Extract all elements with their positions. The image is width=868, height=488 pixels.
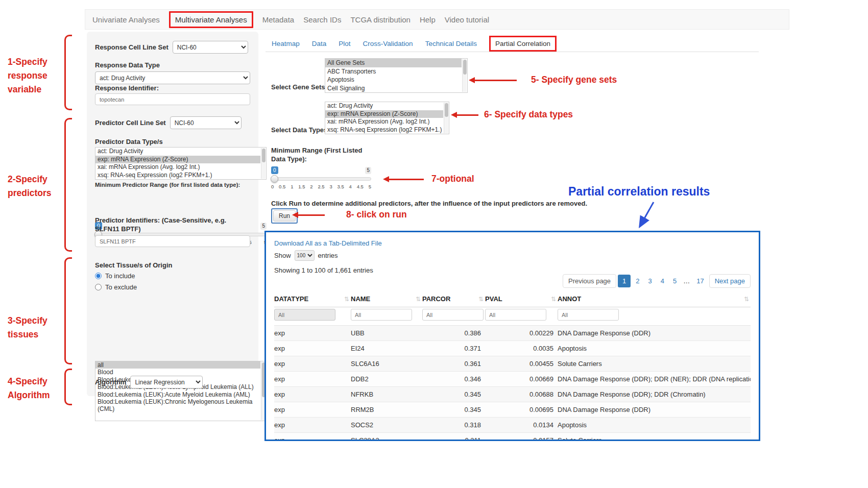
listbox-option[interactable]: Blood:Leukemia (LEUK):Chronic Myelogenou… — [95, 398, 260, 413]
tab-plot[interactable]: Plot — [339, 40, 350, 47]
tissue-exclude-radio-label[interactable]: To exclude — [105, 283, 137, 291]
run-instruction-text: Click Run to determine additional predic… — [271, 200, 639, 207]
tissue-include-radio[interactable] — [95, 273, 102, 279]
cell-name: NFRKB — [351, 387, 422, 402]
table-row[interactable]: exp UBB 0.386 0.00229 DNA Damage Respons… — [274, 326, 751, 341]
page-number-17[interactable]: 17 — [693, 275, 707, 287]
nav-item-help[interactable]: Help — [420, 15, 436, 24]
algorithm-select[interactable]: Linear Regression — [130, 376, 203, 388]
slider-handle[interactable] — [271, 175, 278, 183]
cell-datatype: exp — [274, 372, 351, 387]
listbox-option[interactable]: act: Drug Activity — [325, 102, 443, 110]
filter-input-name[interactable] — [351, 309, 412, 321]
listbox-option[interactable]: act: Drug Activity — [95, 148, 260, 156]
nav-item-video-tutorial[interactable]: Video tutorial — [445, 15, 489, 24]
listbox-option-selected[interactable]: exp: mRNA Expression (Z-Score) — [95, 156, 260, 164]
page-number-5[interactable]: 5 — [669, 275, 680, 287]
column-header-datatype[interactable]: DATATYPE⇅ — [274, 291, 351, 307]
tab-technical-details[interactable]: Technical Details — [425, 40, 477, 47]
table-row[interactable]: exp EI24 0.371 0.0035 Apoptosis — [274, 341, 751, 356]
sort-icon[interactable]: ⇅ — [344, 296, 349, 303]
scrollbar-thumb[interactable] — [262, 149, 266, 162]
page-number-2[interactable]: 2 — [632, 275, 643, 287]
tab-cross-validation[interactable]: Cross-Validation — [363, 40, 413, 47]
annotation-step4: 4-Specify Algorithm — [8, 375, 50, 402]
column-header-parcor[interactable]: PARCOR⇅ — [422, 291, 485, 307]
response-cell-line-set-select[interactable]: NCI-60 — [173, 41, 248, 54]
filter-input-annot[interactable] — [558, 309, 619, 321]
listbox-option[interactable]: Cell Signaling — [325, 84, 462, 93]
filter-input-datatype[interactable] — [274, 309, 335, 321]
table-row[interactable]: exp SOCS2 0.318 0.0134 Apoptosis — [274, 418, 751, 433]
scrollbar[interactable] — [261, 148, 266, 179]
listbox-option[interactable]: ABC Transporters — [325, 67, 462, 76]
scrollbar[interactable] — [444, 103, 448, 133]
listbox-option[interactable]: Apoptosis — [325, 76, 462, 84]
entries-per-page-select[interactable]: 100 — [295, 250, 315, 261]
page-number-4[interactable]: 4 — [657, 275, 668, 287]
download-all-link[interactable]: Download All as a Tab-Delimited File — [274, 239, 382, 247]
filter-input-parcor[interactable] — [422, 309, 484, 321]
sort-icon[interactable]: ⇅ — [416, 296, 421, 303]
annotation-step7-arrow — [389, 179, 424, 180]
tissue-exclude-radio[interactable] — [95, 284, 102, 290]
response-data-type-select[interactable]: act: Drug Activity — [95, 71, 250, 84]
nav-item-tcga-distribution[interactable]: TCGA distribution — [350, 15, 411, 24]
table-filter-row — [274, 307, 751, 326]
annotation-step7: 7-optional — [431, 172, 474, 186]
nav-item-multivariate-analyses[interactable]: Multivariate Analyses — [169, 11, 253, 28]
page-number-3[interactable]: 3 — [645, 275, 656, 287]
sort-icon[interactable]: ⇅ — [478, 296, 484, 303]
table-row[interactable]: exp DDB2 0.346 0.00669 DNA Damage Respon… — [274, 372, 751, 387]
listbox-option[interactable]: xai: mRNA Expression (Avg. log2 Int.) — [325, 118, 443, 126]
annotation-step2-line: 2-Specify — [8, 173, 52, 186]
listbox-option[interactable]: Blood — [95, 369, 260, 376]
slider-track[interactable] — [271, 177, 371, 181]
column-header-pval[interactable]: PVAL⇅ — [485, 291, 558, 307]
listbox-option[interactable]: xai: mRNA Expression (Avg. log2 Int.) — [95, 163, 260, 172]
table-row[interactable]: exp RRM2B 0.345 0.00695 DNA Damage Respo… — [274, 402, 751, 418]
cell-parcor: 0.318 — [422, 418, 485, 433]
slider-tick-label: 3 — [329, 184, 332, 189]
nav-item-search-ids[interactable]: Search IDs — [303, 15, 341, 24]
min-range-slider[interactable]: 0 5 00.511.522.533.544.55 — [271, 166, 371, 191]
slider-tick-label: 0 — [271, 184, 274, 189]
table-row[interactable]: exp NFRKB 0.345 0.00688 DNA Damage Respo… — [274, 387, 751, 402]
listbox-option[interactable]: xsq: RNA-seq Expression (log2 FPKM+1.) — [325, 126, 443, 134]
sort-icon[interactable]: ⇅ — [551, 296, 556, 303]
slider-max-label: 5 — [260, 223, 267, 230]
next-page-button[interactable]: Next page — [709, 274, 751, 288]
annotation-step1-line: variable — [8, 83, 47, 96]
table-row[interactable]: exp SLC38A3 0.311 0.0157 Solute Carriers — [274, 433, 751, 442]
nav-item-metadata[interactable]: Metadata — [262, 15, 295, 24]
show-label: Show — [274, 252, 291, 259]
scrollbar[interactable] — [462, 59, 467, 92]
slider-value-bubble: 0 — [271, 166, 278, 174]
previous-page-button[interactable]: Previous page — [563, 274, 616, 288]
column-header-annot[interactable]: ANNOT⇅ — [558, 291, 751, 307]
listbox-option-selected[interactable]: all — [95, 361, 260, 369]
annotation-bracket-step1 — [64, 35, 72, 110]
response-identifier-input[interactable] — [95, 93, 250, 105]
listbox-option[interactable]: xsq: RNA-seq Expression (log2 FPKM+1.) — [95, 172, 260, 180]
table-row[interactable]: exp SLC6A16 0.361 0.00455 Solute Carrier… — [274, 356, 751, 372]
listbox-option-selected[interactable]: exp: mRNA Expression (Z-Score) — [325, 110, 443, 118]
listbox-option[interactable]: Blood:Leukemia (LEUK):Acute Myeloid Leuk… — [95, 391, 260, 398]
tab-heatmap[interactable]: Heatmap — [272, 40, 300, 47]
listbox-option-selected[interactable]: All Gene Sets — [325, 59, 462, 67]
sort-icon[interactable]: ⇅ — [744, 296, 749, 303]
column-header-name[interactable]: NAME⇅ — [351, 291, 422, 307]
nav-item-univariate-analyses[interactable]: Univariate Analyses — [92, 15, 160, 24]
tissue-include-radio-label[interactable]: To include — [105, 272, 135, 280]
scrollbar-thumb[interactable] — [463, 60, 467, 75]
page-number-1[interactable]: 1 — [618, 275, 631, 287]
annotation-step4-line: Algorithm — [8, 388, 50, 402]
tab-partial-correlation[interactable]: Partial Correlation — [489, 36, 557, 52]
scrollbar-thumb[interactable] — [445, 103, 448, 117]
predictor-identifiers-label: Predictor Identifiers: (Case-Sensitive, … — [95, 216, 250, 233]
tab-data[interactable]: Data — [312, 40, 327, 47]
predictor-cell-line-set-select[interactable]: NCI-60 — [170, 116, 242, 129]
filter-input-pval[interactable] — [485, 309, 546, 321]
predictor-identifiers-input[interactable] — [95, 235, 250, 247]
cell-parcor: 0.345 — [422, 402, 485, 418]
